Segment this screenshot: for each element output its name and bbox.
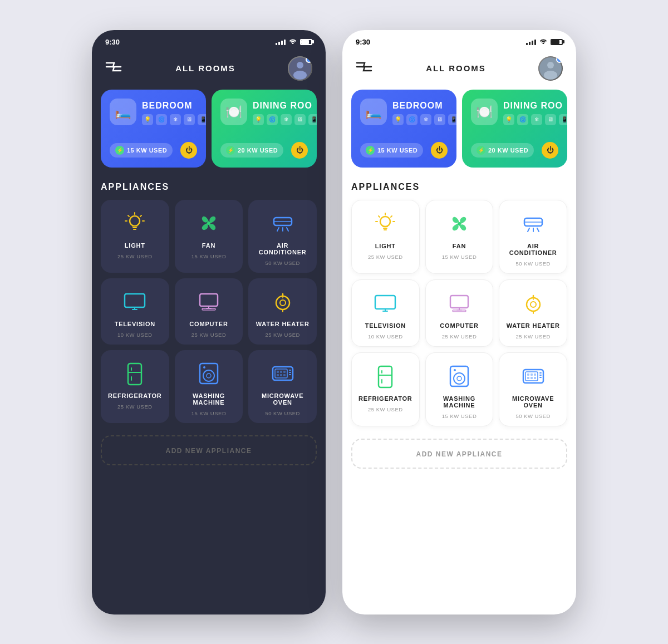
- computer-card-light[interactable]: COMPUTER 25 KW USED: [425, 279, 494, 347]
- microwave-card-dark[interactable]: MICROWAVE OVEN 50 KW USED: [248, 350, 317, 423]
- avatar-light[interactable]: [538, 56, 563, 81]
- washer-card-light[interactable]: WASHING MACHINE 15 KW USED: [425, 352, 494, 426]
- dining-card-light[interactable]: 🍽️ DINING ROO 💡 🌀 ❄ 🖥 📱 ⚡ 20 KW USED: [462, 90, 567, 168]
- svg-rect-85: [527, 377, 529, 379]
- light-name-dark: LIGHT: [125, 242, 145, 249]
- room-tv-icon: 🖥: [184, 114, 195, 125]
- appliances-title-dark: APPLIANCES: [101, 182, 317, 192]
- avatar-dot-dark: [306, 56, 312, 63]
- svg-point-76: [454, 369, 456, 371]
- dining-name-dark: DINING ROO: [253, 101, 317, 111]
- fan-icon-dark: [194, 209, 223, 238]
- fan-card-light[interactable]: FAN 15 KW USED: [425, 200, 494, 274]
- dining-name-light: DINING ROO: [503, 101, 567, 111]
- microwave-kw-light: 50 KW USED: [515, 413, 551, 419]
- svg-point-23: [280, 300, 286, 306]
- tv-card-light[interactable]: TELEVISION 10 KW USED: [351, 279, 420, 347]
- dining-power-dark[interactable]: ⏻: [291, 142, 308, 159]
- microwave-icon-light: [519, 362, 548, 391]
- computer-icon-light: [445, 289, 474, 318]
- fridge-card-light[interactable]: REFRIGERATOR 25 KW USED: [351, 352, 420, 426]
- dining-icon-light: 🍽️: [471, 99, 498, 125]
- svg-rect-82: [527, 373, 529, 376]
- tv-icon-dark: [120, 287, 149, 316]
- time-dark: 9:30: [105, 38, 120, 46]
- light-icon-dark: [120, 209, 149, 238]
- fridge-kw-light: 25 KW USED: [368, 406, 403, 412]
- dining-card-dark[interactable]: 🍽️ DINING ROO 💡 🌀 ❄ 🖥 📱 ⚡ 20 KW USED: [212, 90, 317, 168]
- dining-icon-dark: 🍽️: [220, 99, 247, 125]
- heater-card-dark[interactable]: WATER HEATER 25 KW USED: [248, 278, 317, 345]
- light-card-light[interactable]: LIGHT 25 KW USED: [351, 200, 420, 274]
- header-light: ALL ROOMS: [342, 51, 576, 90]
- dining-tv-icon: 🖥: [294, 114, 306, 125]
- ac-card-dark[interactable]: AIR CONDITIONER 50 KW USED: [248, 200, 317, 273]
- room-extra-icon: 📱: [198, 114, 206, 125]
- bedroom-card-light[interactable]: 🛏️ BEDROOM 💡 🌀 ❄ 🖥 📱 ⚡ 15 KW USED: [351, 90, 456, 168]
- svg-point-30: [203, 370, 214, 381]
- bedroom-card-dark[interactable]: 🛏️ BEDROOM 💡 🌀 ❄ 🖥 📱 ⚡ 15 KW USED: [101, 90, 206, 168]
- light-icon-light: [371, 209, 400, 238]
- fan-card-dark[interactable]: FAN 15 KW USED: [175, 200, 243, 273]
- bedroom-power-light[interactable]: ⏻: [431, 142, 448, 159]
- status-icons-dark: [276, 38, 312, 46]
- battery-icon-light: [551, 39, 563, 45]
- fridge-kw-dark: 25 KW USED: [117, 404, 153, 410]
- heater-kw-light: 25 KW USED: [515, 333, 551, 340]
- ac-kw-dark: 50 KW USED: [265, 260, 300, 266]
- washer-name-light: WASHING MACHINE: [431, 395, 488, 409]
- svg-point-3: [130, 216, 140, 226]
- avatar-dark[interactable]: [288, 56, 312, 81]
- appliances-title-light: APPLIANCES: [351, 182, 567, 192]
- svg-rect-84: [534, 373, 536, 376]
- computer-card-dark[interactable]: COMPUTER 25 KW USED: [175, 278, 243, 345]
- battery-icon-dark: [300, 39, 312, 45]
- computer-kw-light: 25 KW USED: [442, 333, 477, 340]
- computer-kw-dark: 25 KW USED: [191, 332, 227, 338]
- svg-rect-38: [277, 371, 279, 373]
- fan-name-dark: FAN: [202, 242, 215, 249]
- fridge-name-light: REFRIGERATOR: [358, 395, 412, 402]
- dining-fan-icon: 🌀: [267, 114, 278, 125]
- ac-card-light[interactable]: AIR CONDITIONER 50 KW USED: [499, 200, 567, 274]
- svg-rect-62: [450, 296, 468, 308]
- heater-card-light[interactable]: WATER HEATER 25 KW USED: [499, 279, 567, 347]
- status-icons-light: [526, 38, 563, 46]
- tv-name-dark: TELEVISION: [115, 321, 155, 327]
- wifi-icon-dark: [289, 38, 297, 46]
- fridge-icon-dark: [120, 359, 149, 388]
- light-name-light: LIGHT: [375, 243, 396, 249]
- svg-rect-39: [280, 371, 282, 373]
- bl-fan-icon: 🌀: [406, 114, 418, 125]
- washer-card-dark[interactable]: WASHING MACHINE 15 KW USED: [175, 350, 243, 423]
- tv-icon-light: [371, 289, 400, 318]
- svg-point-45: [547, 62, 554, 68]
- logo-dark: [105, 61, 123, 76]
- dark-phone: 9:30 ALL ROOMS: [92, 30, 326, 614]
- add-appliance-light[interactable]: ADD NEW APPLIANCE: [351, 439, 567, 469]
- tv-card-dark[interactable]: TELEVISION 10 KW USED: [101, 278, 169, 345]
- fridge-icon-light: [371, 362, 400, 391]
- appliances-dark: APPLIANCES LIGHT 25 KW USED: [92, 176, 326, 429]
- rooms-section-dark: 🛏️ BEDROOM 💡 🌀 ❄ 🖥 📱 ⚡ 15 KW USED: [92, 90, 326, 176]
- bl-light-icon: 💡: [392, 114, 404, 125]
- dining-power-light[interactable]: ⏻: [542, 142, 558, 159]
- appliances-light: APPLIANCES LIGHT 25 KW USED: [342, 176, 576, 432]
- svg-line-7: [128, 215, 129, 217]
- light-card-dark[interactable]: LIGHT 25 KW USED: [101, 200, 169, 273]
- fridge-card-dark[interactable]: REFRIGERATOR 25 KW USED: [101, 350, 169, 423]
- bedroom-kw-dark: ⚡ 15 KW USED: [110, 143, 173, 158]
- fridge-name-dark: REFRIGERATOR: [108, 392, 162, 399]
- ac-icon-light: [519, 209, 548, 238]
- appliances-grid-light: LIGHT 25 KW USED FAN 15 KW USED: [351, 200, 567, 426]
- washer-name-dark: WASHING MACHINE: [180, 392, 238, 406]
- avatar-dot-light: [556, 56, 563, 63]
- svg-point-46: [544, 71, 557, 80]
- svg-rect-40: [283, 371, 286, 373]
- add-appliance-label-light: ADD NEW APPLIANCE: [416, 450, 502, 458]
- add-appliance-dark[interactable]: ADD NEW APPLIANCE: [101, 435, 317, 465]
- microwave-card-light[interactable]: MICROWAVE OVEN 50 KW USED: [499, 352, 567, 426]
- svg-point-2: [293, 71, 307, 80]
- bedroom-power-dark[interactable]: ⏻: [180, 142, 197, 159]
- dl-fan-icon: 🌀: [517, 114, 528, 125]
